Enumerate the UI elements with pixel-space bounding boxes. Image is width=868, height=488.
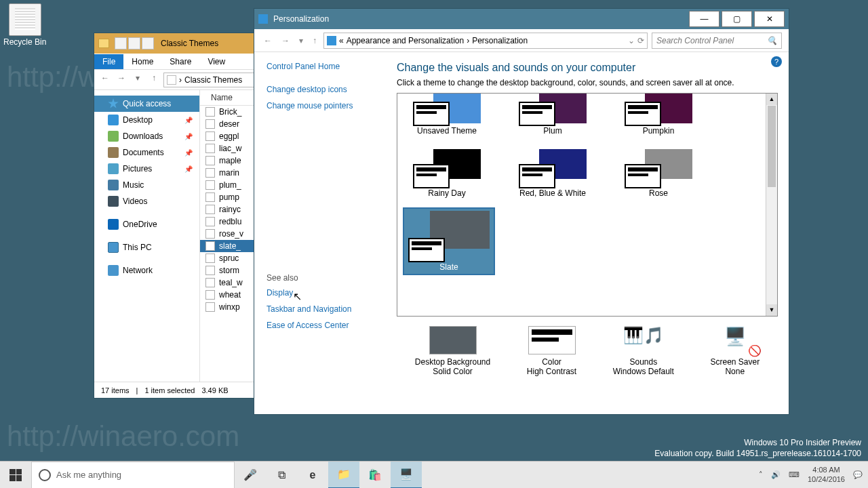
sidebar-item-quick-access[interactable]: Quick access (94, 96, 199, 112)
store-button[interactable]: 🛍️ (359, 462, 391, 489)
desktop-background-option[interactable]: Desktop Background Solid Color (415, 326, 490, 376)
see-also-heading: See also (267, 273, 374, 283)
explorer-title: Classic Themes (161, 39, 218, 48)
scroll-down-icon[interactable]: ▼ (766, 304, 777, 316)
personalization-window: Personalization — ▢ ✕ ← → ▾ ↑ « Appearan… (254, 8, 789, 415)
clock[interactable]: 4:08 AM 10/24/2016 (808, 466, 845, 483)
theme-unsaved[interactable]: Unsaved Theme (403, 94, 491, 136)
network-icon (108, 265, 119, 276)
start-button[interactable] (0, 462, 31, 489)
search-placeholder: Search Control Panel (656, 36, 734, 45)
change-desktop-icons-link[interactable]: Change desktop icons (267, 85, 374, 94)
up-button[interactable]: ↑ (147, 73, 161, 87)
scroll-thumb[interactable] (768, 106, 776, 187)
theme-rose[interactable]: Rose (614, 149, 703, 198)
file-icon (205, 241, 215, 251)
sounds-option[interactable]: 🎹🎵 Sounds Windows Default (613, 326, 674, 376)
sidebar-item-documents[interactable]: Documents📌 (94, 144, 199, 161)
volume-icon[interactable]: 🔊 (771, 470, 781, 479)
help-icon[interactable]: ? (771, 56, 782, 67)
sidebar-item-network[interactable]: Network (94, 262, 199, 279)
keyboard-icon[interactable]: ⌨ (789, 470, 800, 479)
theme-plum[interactable]: Plum (509, 94, 597, 136)
tab-file[interactable]: File (94, 54, 123, 69)
sidebar-item-music[interactable]: Music (94, 177, 199, 193)
taskbar-navigation-link[interactable]: Taskbar and Navigation (267, 304, 374, 314)
clock-time: 4:08 AM (808, 466, 845, 474)
search-input[interactable]: Search Control Panel 🔍 (652, 33, 782, 49)
file-icon (205, 290, 215, 300)
recycle-bin-label: Recycle Bin (3, 37, 46, 47)
display-link[interactable]: Display (267, 288, 374, 298)
change-mouse-pointers-link[interactable]: Change mouse pointers (267, 101, 374, 110)
color-preview (528, 326, 576, 354)
ease-of-access-link[interactable]: Ease of Access Center (267, 321, 374, 330)
sidebar-item-onedrive[interactable]: OneDrive (94, 216, 199, 232)
download-icon (108, 131, 119, 142)
file-icon (205, 156, 215, 165)
close-button[interactable]: ✕ (754, 11, 785, 27)
file-icon (205, 229, 215, 239)
theme-pumpkin[interactable]: Pumpkin (614, 94, 703, 136)
personalization-main: ? Change the visuals and sounds on your … (386, 52, 789, 410)
sidebar-item-pictures[interactable]: Pictures📌 (94, 161, 199, 177)
forward-button[interactable]: → (115, 73, 128, 87)
breadcrumb-part[interactable]: Appearance and Personalization (347, 36, 464, 45)
explorer-sidebar: Quick access Desktop📌 Downloads📌 Documen… (94, 90, 200, 382)
quick-access-toolbar[interactable] (115, 37, 154, 49)
microphone-button[interactable]: 🎤 (235, 462, 266, 489)
breadcrumb-text: Classic Themes (184, 75, 242, 85)
windows-build-text: Evaluation copy. Build 14951.rs_prerelea… (654, 449, 861, 458)
control-panel-home-link[interactable]: Control Panel Home (267, 62, 374, 71)
forward-button[interactable]: → (279, 36, 292, 45)
chevron-down-icon[interactable]: ⌄ (628, 36, 635, 45)
theme-rainy-day[interactable]: Rainy Day (403, 149, 491, 198)
sidebar-item-this-pc[interactable]: This PC (94, 239, 199, 256)
watermark-bg: http://winaero.com (7, 420, 239, 453)
maximize-button[interactable]: ▢ (722, 11, 752, 27)
sidebar-item-downloads[interactable]: Downloads📌 (94, 128, 199, 144)
up-button[interactable]: ↑ (310, 36, 319, 45)
music-icon (108, 180, 119, 190)
personalization-titlebar[interactable]: Personalization — ▢ ✕ (254, 9, 789, 29)
recycle-bin[interactable]: Recycle Bin (3, 3, 46, 47)
system-tray: ˄ 🔊 ⌨ 4:08 AM 10/24/2016 💬 (753, 466, 868, 483)
back-button[interactable]: ← (98, 73, 112, 87)
folder-icon (167, 75, 176, 85)
sidebar-item-desktop[interactable]: Desktop📌 (94, 112, 199, 128)
file-icon (205, 180, 215, 190)
tab-share[interactable]: Share (161, 54, 199, 69)
cortana-search[interactable]: Ask me anything (31, 462, 235, 489)
theme-slate-selected[interactable]: Slate (403, 207, 495, 275)
refresh-icon[interactable]: ⟳ (637, 36, 644, 45)
theme-listbox: ▲ ▼ Unsaved Theme Plum Pumpkin (397, 93, 778, 317)
tray-chevron-icon[interactable]: ˄ (759, 470, 763, 479)
pin-icon: 📌 (184, 133, 193, 140)
folder-icon (98, 39, 109, 48)
breadcrumb-part[interactable]: Personalization (472, 36, 528, 45)
scrollbar[interactable]: ▲ ▼ (766, 94, 777, 316)
file-icon (205, 205, 215, 214)
theme-red-blue-white[interactable]: Red, Blue & White (509, 149, 597, 198)
page-heading: Change the visuals and sounds on your co… (397, 62, 778, 74)
tab-home[interactable]: Home (123, 54, 161, 69)
personalization-taskbar-button[interactable]: 🖥️ (391, 462, 422, 489)
tab-view[interactable]: View (199, 54, 233, 69)
scroll-up-icon[interactable]: ▲ (766, 94, 777, 105)
explorer-taskbar-button[interactable]: 📁 (328, 462, 359, 489)
breadcrumb[interactable]: « Appearance and Personalization › Perso… (323, 33, 648, 49)
desktop-icon (108, 115, 119, 125)
action-center-icon[interactable]: 💬 (853, 470, 863, 479)
sidebar-item-videos[interactable]: Videos (94, 193, 199, 209)
screen-saver-option[interactable]: 🖥️🚫 Screen Saver None (710, 326, 760, 376)
taskbar: Ask me anything 🎤 ⧉ e 📁 🛍️ 🖥️ ˄ 🔊 ⌨ 4:08… (0, 461, 868, 488)
task-view-button[interactable]: ⧉ (266, 462, 297, 489)
minimize-button[interactable]: — (689, 11, 719, 27)
color-option[interactable]: Color High Contrast (527, 326, 576, 376)
control-panel-sidebar: Control Panel Home Change desktop icons … (254, 52, 386, 410)
back-button[interactable]: ← (261, 36, 275, 45)
file-icon (205, 302, 215, 312)
edge-button[interactable]: e (297, 462, 328, 489)
dropdown-history[interactable]: ▾ (131, 73, 144, 87)
dropdown-history[interactable]: ▾ (296, 36, 306, 45)
